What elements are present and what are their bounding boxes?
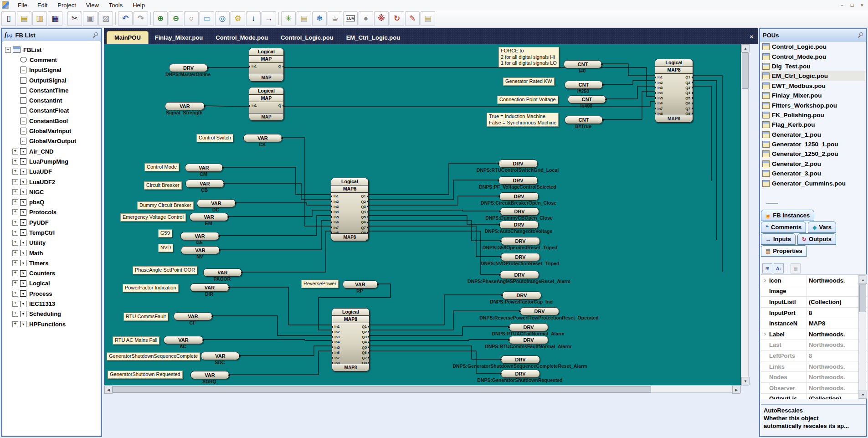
expand-icon[interactable]: +	[12, 159, 18, 165]
cnt-block-i-400[interactable]: CNT	[568, 95, 606, 103]
zoom-reset-icon[interactable]: ○	[184, 11, 199, 26]
online-users-icon[interactable]: ※	[374, 11, 389, 26]
menu-item-file[interactable]: File	[13, 1, 32, 10]
var-block-dc[interactable]: VAR	[197, 199, 236, 207]
comment-note-generatorshutdown-requested[interactable]: GeneratorShutdown Requested	[108, 371, 183, 379]
expand-icon[interactable]: +	[12, 179, 18, 185]
var-block-cf[interactable]: VAR	[174, 312, 212, 320]
drv-block-dnps-pf-voltagecontrolselected[interactable]: DRV	[498, 176, 538, 185]
comment-note-emergency-voltage-control[interactable]: Emergency Voltage Control	[120, 213, 186, 222]
expand-icon[interactable]: +	[12, 189, 18, 195]
pou-item-generator-1250-1-pou[interactable]: Generator_1250_1.pou	[761, 139, 865, 149]
property-row-links[interactable]: LinksNorthwoods.	[761, 361, 867, 372]
diagram-canvas[interactable]: FORCE to2 for all digital signals Hi1 fo…	[104, 44, 741, 386]
fb-tree-item-tempctrl[interactable]: +▼TempCtrl	[10, 227, 100, 237]
fb-tree-item-hpfunctions[interactable]: +▼HPFunctions	[10, 319, 100, 329]
expand-icon[interactable]: +	[12, 240, 18, 246]
property-row-nodes[interactable]: NodesNorthwoods.	[761, 372, 867, 383]
fb-tree-item-pbsq[interactable]: +▼pbsQ	[10, 197, 100, 207]
zoom-out-icon[interactable]: ⊖	[169, 11, 183, 26]
fb-tree-item-utility[interactable]: +▼Utility	[10, 238, 100, 248]
fb-tree-item-constantbool[interactable]: →ConstantBool	[10, 116, 100, 126]
fb-tree-item-counters[interactable]: +▼Counters	[10, 268, 100, 278]
drv-block-dnps-rtucommsfaultnormal-alarm[interactable]: DRV	[509, 336, 548, 344]
property-row-label[interactable]: ›LabelNorthwoods.	[761, 329, 867, 340]
lua-script-icon[interactable]: LUA	[343, 11, 358, 26]
comment-note-powerfactor-indication[interactable]: PowerFactor Indication	[123, 284, 179, 292]
new-window-icon[interactable]: ▭	[200, 11, 214, 26]
tab-comments[interactable]: ❝Comments	[761, 222, 806, 233]
pin-icon[interactable]	[858, 32, 863, 38]
expand-icon[interactable]: +	[12, 270, 18, 276]
fb-tree-item-inputsignal[interactable]: →InputSignal	[10, 65, 100, 75]
comment-note-control-mode[interactable]: Control Mode	[144, 163, 179, 171]
build-icon[interactable]: ❄	[312, 11, 327, 26]
resource-doc-icon[interactable]: ▤	[297, 11, 311, 26]
menu-item-edit[interactable]: Edit	[32, 1, 52, 10]
function-block-map8[interactable]: LogicalMAP8In1Q1In2Q2In3Q3In4Q4In5Q5In6Q…	[332, 308, 370, 371]
fb-tree-item-air-cnd[interactable]: +▼Air_CND	[10, 146, 100, 156]
pou-item-generator-1-pou[interactable]: Generator_1.pou	[761, 130, 865, 139]
fb-tree-item-luapumpmng[interactable]: +▼LuaPumpMng	[10, 156, 100, 166]
offline-icon[interactable]: ●	[359, 11, 373, 26]
scroll-down-icon[interactable]: ▼	[859, 391, 867, 399]
var-block-rp[interactable]: VAR	[343, 280, 378, 289]
expand-icon[interactable]: +	[12, 199, 18, 205]
fb-tree-item-luaudf[interactable]: +▼LuaUDF	[10, 167, 100, 177]
comment-note-dummy-circuit-breaker[interactable]: Dummy Circuit Breaker	[137, 201, 194, 210]
expand-arrow-icon[interactable]: ›	[761, 331, 769, 337]
cut-icon[interactable]: ✂	[67, 11, 82, 26]
comment-note-rtu-ac-mains-fail[interactable]: RTU AC Mains Fail	[113, 336, 159, 345]
drv-block-dnps-powerfactorcap-ind[interactable]: DRV	[502, 291, 541, 299]
run-icon[interactable]: ✳	[281, 11, 296, 26]
var-block-sdc[interactable]: VAR	[201, 352, 240, 360]
tab-fb-instances[interactable]: ▣FB Instances	[761, 210, 814, 221]
resource-doc2-icon[interactable]: ▤	[421, 11, 435, 26]
tab-outputs[interactable]: ↻Outputs	[797, 233, 836, 245]
cnt-block-i-0[interactable]: CNT	[564, 60, 602, 68]
fb-tree-item-process[interactable]: +▼Process	[10, 289, 100, 299]
scroll-up-icon[interactable]: ▲	[859, 276, 867, 284]
sync-icon[interactable]: ↻	[390, 11, 404, 26]
pou-item-generator-cummins-pou[interactable]: Generator_Cummins.pou	[761, 178, 865, 188]
property-row-image[interactable]: Image	[761, 286, 867, 297]
expand-icon[interactable]: +	[12, 149, 18, 155]
scroll-left-icon[interactable]: ◀	[104, 386, 113, 394]
scroll-down-icon[interactable]: ▼	[741, 377, 750, 385]
var-block-dir[interactable]: VAR	[190, 283, 229, 292]
fb-tree-item-constantint[interactable]: →ConstantInt	[10, 95, 100, 105]
find-function-icon[interactable]: ◎	[215, 11, 230, 26]
pou-item-fitters-workshop-pou[interactable]: Fitters_Workshop.pou	[761, 100, 865, 110]
expand-icon[interactable]: +	[12, 250, 18, 256]
import-icon[interactable]: ▥	[32, 11, 47, 26]
drv-block-dnps-generatorshutdownrequested[interactable]: DRV	[501, 370, 540, 378]
drv-block-dnps-nvdprotectionreset-triped[interactable]: DRV	[501, 253, 540, 261]
var-block-cs[interactable]: VAR	[243, 134, 282, 142]
comment-note-g59[interactable]: G59	[158, 229, 172, 237]
fb-tree-item-comment[interactable]: Comment	[10, 55, 100, 65]
new-file-icon[interactable]: ▯	[1, 11, 16, 26]
var-block-g5[interactable]: VAR	[180, 232, 219, 240]
vscroll-thumb[interactable]	[742, 52, 749, 89]
property-row-observer[interactable]: ObserverNorthwoods.	[761, 383, 867, 394]
comment-note-phaseangle-setpoint-oor[interactable]: PhaseAngle SetPoint OOR	[133, 266, 197, 274]
pou-item-fk-polishing-pou[interactable]: FK_Polishing.pou	[761, 110, 865, 120]
comment-note-control-switch[interactable]: Control Switch	[196, 134, 233, 142]
tab-inputs[interactable]: →Inputs	[761, 233, 796, 245]
menu-item-tools[interactable]: Tools	[104, 1, 128, 10]
tab-control-logic-pou[interactable]: Control_Logic.pou	[274, 31, 340, 44]
drv-block-dnps-autochangedtovoltage[interactable]: DRV	[499, 221, 539, 229]
menu-item-view[interactable]: View	[81, 1, 104, 10]
expand-icon[interactable]: +	[12, 321, 18, 327]
property-row-outputlis[interactable]: OutputLis(Collection)	[761, 394, 867, 399]
redo-icon[interactable]: ↷	[134, 11, 148, 26]
pou-item-finlay-mixer-pou[interactable]: Finlay_Mixer.pou	[761, 91, 865, 100]
expand-icon[interactable]: +	[12, 230, 18, 236]
property-row-inputport[interactable]: InputPort8	[761, 308, 867, 319]
function-block-map[interactable]: LogicalMAPIn1QMAP	[249, 48, 284, 82]
scroll-right-icon[interactable]: ▶	[732, 386, 740, 394]
drv-block-dnps-reversepowerflowprotectionreset-operated[interactable]: DRV	[520, 307, 559, 315]
pou-item-generator-2-pou[interactable]: Generator_2.pou	[761, 159, 865, 169]
function-block-map[interactable]: LogicalMAPIn1QMAP	[249, 87, 284, 121]
drv-block-dnps-circuitbreakeropen-close[interactable]: DRV	[499, 192, 539, 201]
